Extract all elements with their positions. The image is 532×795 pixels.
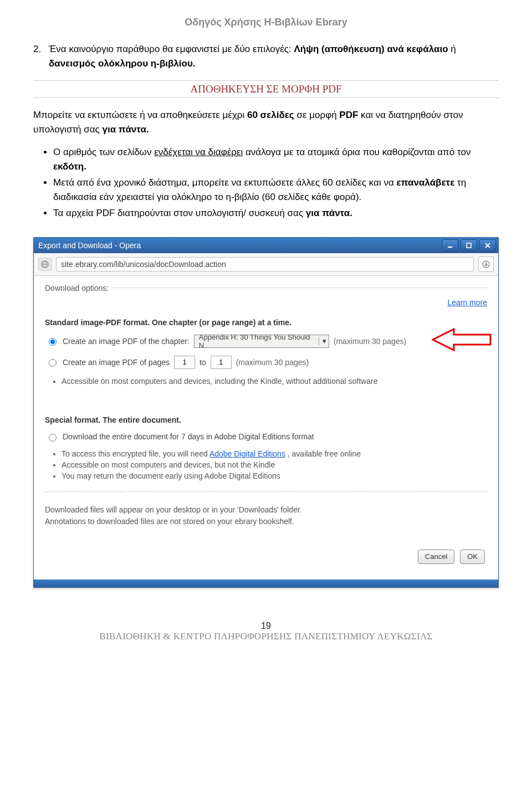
close-button[interactable] (479, 239, 496, 252)
dialog-buttons: Cancel OK (45, 550, 487, 572)
special-format-heading: Special format. The entire document. (45, 416, 487, 424)
dialog-content: Download options: Learn more Standard im… (34, 276, 498, 579)
radio-download-label: Download the entire document for 7 days … (63, 432, 314, 441)
minimize-icon (447, 243, 453, 248)
list-item: Μετά από ένα χρονικό διάστημα, μπορείτε … (53, 176, 499, 204)
address-bar-row (34, 253, 498, 276)
doc-header: Οδηγός Χρήσης Η-Βιβλίων Ebrary (33, 17, 499, 28)
to-label: to (200, 358, 206, 367)
text: Τα αρχεία PDF διατηρούνται στον υπολογισ… (53, 208, 306, 218)
item-marker: 2. (33, 42, 49, 70)
cancel-button[interactable]: Cancel (418, 550, 454, 564)
svg-rect-1 (467, 243, 471, 248)
text: Ένα καινούργιο παράθυρο θα εμφανιστεί με… (49, 44, 294, 54)
window-titlebar: Export and Download - Opera (34, 238, 498, 253)
standard-sub-list: Accessible on most computers and devices… (45, 377, 487, 386)
text-bold: επαναλάβετε (396, 177, 454, 188)
address-input[interactable] (56, 257, 474, 271)
option-download-row: Download the entire document for 7 days … (46, 432, 487, 442)
numbered-item-2: 2. Ένα καινούργιο παράθυρο θα εμφανιστεί… (33, 42, 499, 70)
close-icon (485, 243, 490, 248)
text: ανάλογα με τα ατομικά όρια που καθορίζον… (243, 147, 470, 157)
text: Μπορείτε να εκτυπώσετε ή να αποθηκεύσετε… (33, 110, 247, 120)
list-item: Ο αριθμός των σελίδων ενδέχεται να διαφέ… (53, 145, 499, 173)
bullet-list: Ο αριθμός των σελίδων ενδέχεται να διαφέ… (33, 145, 499, 220)
list-item: Τα αρχεία PDF διατηρούνται στον υπολογισ… (53, 206, 499, 220)
text: Ο αριθμός των σελίδων (53, 147, 154, 157)
text-bold: δανεισμός ολόκληρου η-βιβλίου. (49, 58, 196, 69)
list-item: You may return the document early using … (62, 471, 487, 480)
chapter-note: (maximum 30 pages) (334, 337, 407, 346)
window-title: Export and Download - Opera (38, 241, 141, 250)
special-sub-list: To access this encrypted file, you will … (45, 449, 487, 480)
page-to-input[interactable] (211, 356, 232, 369)
window-controls (442, 239, 496, 252)
list-item: Accessible on most computers and devices… (62, 377, 487, 386)
browser-window: Export and Download - Opera (33, 237, 499, 588)
footer-note: Downloaded files will appear on your des… (45, 504, 487, 527)
page-from-input[interactable] (174, 356, 195, 369)
text-bold: εκδότη. (53, 161, 86, 172)
minimize-button[interactable] (442, 239, 458, 252)
text: ή (448, 44, 456, 54)
maximize-button[interactable] (461, 239, 477, 252)
learn-more-link[interactable]: Learn more (45, 298, 487, 307)
note-line-1: Downloaded files will appear on your des… (45, 504, 487, 516)
text-bold: για πάντα. (103, 124, 149, 135)
chapter-dropdown-value: Appendix H: 30 Things You Should N (199, 333, 315, 350)
globe-icon-svg (41, 260, 49, 268)
divider (45, 491, 487, 492)
text: To access this encrypted file, you will … (62, 449, 209, 458)
text-bold: PDF (339, 110, 358, 120)
paragraph: Μπορείτε να εκτυπώσετε ή να αποθηκεύσετε… (33, 108, 499, 136)
text: σε μορφή (294, 110, 340, 120)
text: Μετά από ένα χρονικό διάστημα, μπορείτε … (53, 177, 396, 188)
note-line-2: Annotations to downloaded files are not … (45, 516, 487, 527)
text-bold: Λήψη (αποθήκευση) ανά κεφάλαιο (294, 44, 448, 54)
text-underline: ενδέχεται να διαφέρει (154, 147, 243, 157)
pages-note: (maximum 30 pages) (236, 358, 309, 367)
item-text: Ένα καινούργιο παράθυρο θα εμφανιστεί με… (49, 42, 499, 70)
download-indicator[interactable] (478, 257, 494, 272)
arrow-left-icon (432, 327, 493, 352)
radio-chapter[interactable] (49, 338, 57, 346)
text-bold: 60 σελίδες (247, 110, 294, 120)
standard-format-heading: Standard image-PDF format. One chapter (… (45, 318, 487, 327)
chevron-down-icon: ▾ (319, 337, 326, 345)
radio-pages-label: Create an image PDF of pages (63, 358, 170, 367)
option-chapter-row: Create an image PDF of the chapter: Appe… (46, 335, 487, 348)
page-footer: 19 ΒΙΒΛΙΟΘΗΚΗ & ΚΕΝΤΡΟ ΠΛΗΡΟΦΟΡΗΣΗΣ ΠΑΝΕ… (33, 621, 499, 642)
radio-pages[interactable] (49, 359, 57, 367)
chapter-dropdown[interactable]: Appendix H: 30 Things You Should N ▾ (194, 335, 329, 348)
svg-marker-9 (433, 329, 490, 350)
download-icon (482, 260, 490, 268)
status-bar (34, 579, 498, 587)
maximize-icon (466, 243, 472, 248)
adobe-link[interactable]: Adobe Digital Editions (209, 449, 285, 458)
page-number: 19 (33, 621, 499, 631)
radio-chapter-label: Create an image PDF of the chapter: (63, 337, 190, 346)
list-item: To access this encrypted file, you will … (62, 449, 487, 458)
fieldset-legend: Download options: (45, 284, 487, 293)
ok-button[interactable]: OK (460, 550, 485, 564)
radio-download[interactable] (49, 434, 57, 442)
option-pages-row: Create an image PDF of pages to (maximum… (46, 356, 487, 369)
text: , available free online (285, 449, 361, 458)
globe-icon[interactable] (38, 258, 52, 271)
annotation-arrow (432, 327, 493, 352)
divider-line (112, 288, 487, 288)
text-bold: για πάντα. (306, 208, 352, 218)
footer-organization: ΒΙΒΛΙΟΘΗΚΗ & ΚΕΝΤΡΟ ΠΛΗΡΟΦΟΡΗΣΗΣ ΠΑΝΕΠΙΣ… (33, 631, 499, 642)
section-heading: ΑΠΟΘΗΚΕΥΣΗ ΣΕ ΜΟΡΦΗ PDF (33, 80, 499, 98)
list-item: Accessible on most computers and devices… (62, 460, 487, 469)
legend-text: Download options: (45, 284, 109, 293)
